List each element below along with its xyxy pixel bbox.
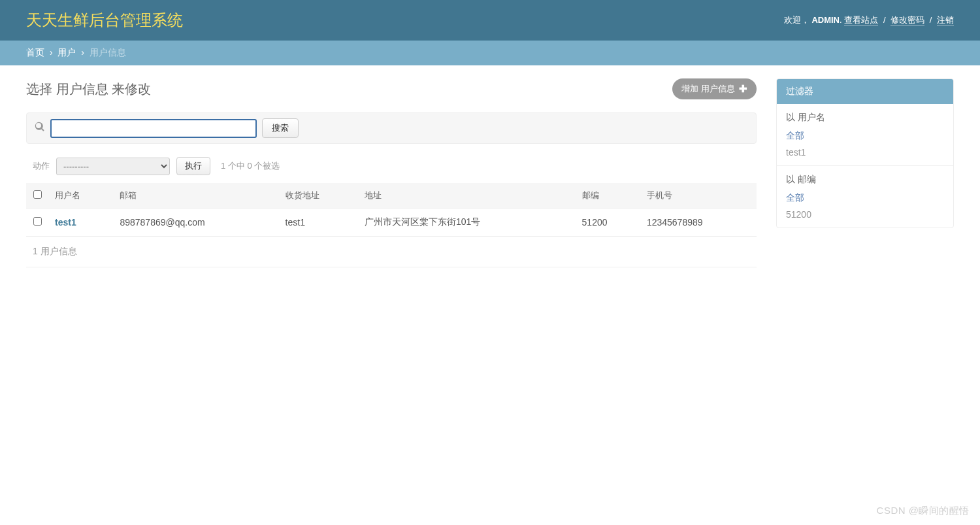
breadcrumb-home[interactable]: 首页 [26, 47, 44, 58]
row-username-link[interactable]: test1 [55, 217, 76, 228]
table-header-row: 用户名 邮箱 收货地址 地址 邮编 手机号 [26, 183, 757, 209]
add-label: 增加 用户信息 [681, 83, 735, 95]
breadcrumb-current: 用户信息 [90, 47, 126, 58]
breadcrumb-arrow: › [81, 47, 84, 58]
welcome-text: 欢迎， [784, 15, 809, 25]
branding: 天天生鲜后台管理系统 [26, 10, 183, 31]
site-title[interactable]: 天天生鲜后台管理系统 [26, 10, 183, 31]
user-tools: 欢迎， ADMIN. 查看站点 / 修改密码 / 注销 [784, 14, 954, 26]
col-username[interactable]: 用户名 [48, 183, 113, 209]
title-row: 选择 用户信息 来修改 增加 用户信息 ✚ [26, 78, 757, 99]
breadcrumb-arrow: › [50, 47, 53, 58]
col-zipcode[interactable]: 邮编 [576, 183, 640, 209]
filter-item-link[interactable]: 全部 [786, 130, 804, 141]
breadcrumb: 首页 › 用户 › 用户信息 [0, 41, 980, 65]
separator: / [930, 15, 932, 25]
filter-item-link[interactable]: 51200 [786, 209, 811, 220]
filter-group-label: 以 用户名 [777, 104, 953, 127]
plus-icon: ✚ [739, 83, 747, 95]
filter-title: 过滤器 [777, 79, 953, 104]
search-toolbar: 搜索 [26, 112, 757, 144]
filter-panel: 过滤器 以 用户名全部test1以 邮编全部51200 [776, 78, 954, 228]
filter-item: test1 [777, 144, 953, 160]
view-site-link[interactable]: 查看站点 [844, 15, 878, 25]
row-zipcode: 51200 [576, 209, 640, 237]
filter-group-list: 全部test1 [777, 127, 953, 166]
page-title: 选择 用户信息 来修改 [26, 80, 151, 98]
logout-link[interactable]: 注销 [937, 15, 954, 25]
content-sidebar: 过滤器 以 用户名全部test1以 邮编全部51200 [776, 78, 954, 267]
col-phone[interactable]: 手机号 [640, 183, 757, 209]
row-address: 广州市天河区棠下东街101号 [358, 209, 576, 237]
actions-select[interactable]: --------- [56, 158, 170, 175]
actions-bar: 动作 --------- 执行 1 个中 0 个被选 [26, 157, 757, 183]
filter-item: 51200 [777, 207, 953, 222]
row-checkbox[interactable] [33, 217, 42, 226]
col-receiver[interactable]: 收货地址 [279, 183, 358, 209]
current-user: ADMIN [811, 15, 840, 25]
add-user-info-button[interactable]: 增加 用户信息 ✚ [672, 78, 757, 99]
actions-counter: 1 个中 0 个被选 [221, 160, 280, 172]
col-address[interactable]: 地址 [358, 183, 576, 209]
result-table: 用户名 邮箱 收货地址 地址 邮编 手机号 test1898787869@qq.… [26, 183, 757, 237]
separator: / [883, 15, 886, 25]
select-all-checkbox[interactable] [33, 190, 42, 199]
search-icon [35, 122, 45, 135]
row-phone: 12345678989 [640, 209, 757, 237]
filter-item-link[interactable]: 全部 [786, 192, 804, 203]
filter-item-link[interactable]: test1 [786, 147, 806, 158]
col-email[interactable]: 邮箱 [113, 183, 278, 209]
row-email: 898787869@qq.com [113, 209, 278, 237]
app-header: 天天生鲜后台管理系统 欢迎， ADMIN. 查看站点 / 修改密码 / 注销 [0, 0, 980, 41]
actions-label: 动作 [33, 160, 50, 172]
breadcrumb-app[interactable]: 用户 [57, 47, 76, 58]
search-input[interactable] [50, 119, 257, 138]
paginator: 1 用户信息 [26, 237, 757, 267]
filter-item: 全部 [777, 127, 953, 144]
content-main: 选择 用户信息 来修改 增加 用户信息 ✚ 搜索 动作 --------- 执行… [26, 78, 757, 267]
actions-go-button[interactable]: 执行 [176, 157, 210, 175]
filter-item: 全部 [777, 190, 953, 207]
user-suffix: . [840, 15, 842, 25]
search-button[interactable]: 搜索 [262, 118, 299, 138]
table-row: test1898787869@qq.comtest1广州市天河区棠下东街101号… [26, 209, 757, 237]
filter-group-label: 以 邮编 [777, 166, 953, 190]
row-receiver: test1 [279, 209, 358, 237]
change-password-link[interactable]: 修改密码 [890, 15, 924, 25]
filter-group-list: 全部51200 [777, 190, 953, 228]
